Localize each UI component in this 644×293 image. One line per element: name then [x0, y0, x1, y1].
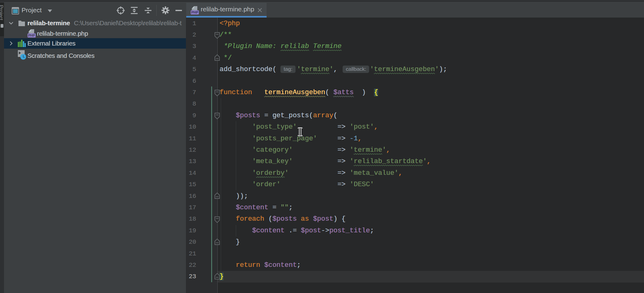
svg-text:PHP: PHP — [28, 34, 35, 37]
svg-text:PHP: PHP — [191, 10, 198, 14]
